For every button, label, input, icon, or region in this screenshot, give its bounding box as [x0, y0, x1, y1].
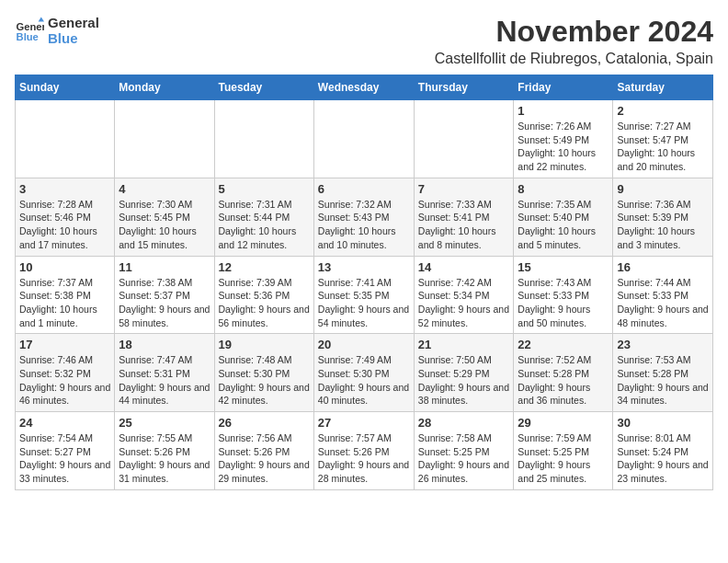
day-number: 11 — [119, 260, 210, 274]
day-info: Sunrise: 7:53 AM Sunset: 5:28 PM Dayligh… — [617, 353, 709, 408]
day-number: 9 — [617, 182, 709, 196]
day-info: Sunrise: 7:56 AM Sunset: 5:26 PM Dayligh… — [219, 431, 310, 486]
day-number: 7 — [418, 182, 510, 196]
day-info: Sunrise: 7:28 AM Sunset: 5:46 PM Dayligh… — [19, 198, 110, 252]
location-title: Castellfollit de Riubregos, Catalonia, S… — [435, 51, 713, 67]
svg-marker-2 — [39, 17, 44, 22]
weekday-header-row: SundayMondayTuesdayWednesdayThursdayFrid… — [16, 75, 713, 100]
calendar-day-cell: 1Sunrise: 7:26 AM Sunset: 5:49 PM Daylig… — [514, 100, 613, 178]
day-number: 2 — [617, 104, 709, 118]
day-number: 6 — [318, 182, 410, 196]
calendar-day-cell: 30Sunrise: 8:01 AM Sunset: 5:24 PM Dayli… — [613, 412, 713, 490]
weekday-header-friday: Friday — [514, 75, 613, 100]
day-number: 25 — [119, 416, 210, 430]
day-number: 4 — [119, 182, 210, 196]
calendar-week-row: 10Sunrise: 7:37 AM Sunset: 5:38 PM Dayli… — [16, 256, 713, 334]
weekday-header-thursday: Thursday — [414, 75, 514, 100]
day-number: 30 — [617, 416, 709, 430]
weekday-header-tuesday: Tuesday — [214, 75, 313, 100]
day-info: Sunrise: 7:43 AM Sunset: 5:33 PM Dayligh… — [518, 276, 609, 330]
day-number: 3 — [19, 182, 110, 196]
empty-day-cell — [414, 100, 514, 178]
calendar-day-cell: 8Sunrise: 7:35 AM Sunset: 5:40 PM Daylig… — [514, 178, 613, 256]
day-info: Sunrise: 7:55 AM Sunset: 5:26 PM Dayligh… — [119, 431, 210, 486]
day-info: Sunrise: 7:49 AM Sunset: 5:30 PM Dayligh… — [318, 353, 410, 408]
day-info: Sunrise: 7:32 AM Sunset: 5:43 PM Dayligh… — [318, 198, 410, 252]
calendar-day-cell: 25Sunrise: 7:55 AM Sunset: 5:26 PM Dayli… — [115, 412, 214, 490]
day-number: 5 — [219, 182, 310, 196]
day-number: 28 — [418, 416, 510, 430]
weekday-header-wednesday: Wednesday — [313, 75, 414, 100]
day-info: Sunrise: 8:01 AM Sunset: 5:24 PM Dayligh… — [617, 431, 709, 486]
calendar-day-cell: 16Sunrise: 7:44 AM Sunset: 5:33 PM Dayli… — [613, 256, 713, 334]
empty-day-cell — [214, 100, 313, 178]
svg-text:General: General — [17, 21, 44, 32]
title-section: November 2024 Castellfollit de Riubregos… — [435, 15, 713, 67]
day-number: 24 — [19, 416, 110, 430]
calendar-day-cell: 5Sunrise: 7:31 AM Sunset: 5:44 PM Daylig… — [214, 178, 313, 256]
calendar-day-cell: 15Sunrise: 7:43 AM Sunset: 5:33 PM Dayli… — [514, 256, 613, 334]
day-number: 23 — [617, 338, 709, 351]
day-info: Sunrise: 7:59 AM Sunset: 5:25 PM Dayligh… — [518, 431, 609, 486]
calendar-day-cell: 24Sunrise: 7:54 AM Sunset: 5:27 PM Dayli… — [16, 412, 115, 490]
day-number: 1 — [518, 104, 609, 118]
page-header: General Blue General Blue November 2024 … — [15, 15, 713, 67]
calendar-day-cell: 19Sunrise: 7:48 AM Sunset: 5:30 PM Dayli… — [214, 334, 313, 412]
calendar-day-cell: 10Sunrise: 7:37 AM Sunset: 5:38 PM Dayli… — [16, 256, 115, 334]
calendar-day-cell: 17Sunrise: 7:46 AM Sunset: 5:32 PM Dayli… — [16, 334, 115, 412]
day-info: Sunrise: 7:38 AM Sunset: 5:37 PM Dayligh… — [119, 276, 210, 330]
day-number: 12 — [219, 260, 310, 274]
weekday-header-monday: Monday — [115, 75, 214, 100]
calendar-day-cell: 7Sunrise: 7:33 AM Sunset: 5:41 PM Daylig… — [414, 178, 514, 256]
calendar-day-cell: 29Sunrise: 7:59 AM Sunset: 5:25 PM Dayli… — [514, 412, 613, 490]
day-info: Sunrise: 7:58 AM Sunset: 5:25 PM Dayligh… — [418, 431, 510, 486]
day-number: 22 — [518, 338, 609, 351]
logo-line1: General — [48, 15, 99, 30]
day-number: 13 — [318, 260, 410, 274]
day-info: Sunrise: 7:27 AM Sunset: 5:47 PM Dayligh… — [617, 120, 709, 174]
calendar-day-cell: 13Sunrise: 7:41 AM Sunset: 5:35 PM Dayli… — [313, 256, 414, 334]
empty-day-cell — [313, 100, 414, 178]
calendar-week-row: 24Sunrise: 7:54 AM Sunset: 5:27 PM Dayli… — [16, 412, 713, 490]
day-info: Sunrise: 7:50 AM Sunset: 5:29 PM Dayligh… — [418, 353, 510, 408]
calendar-day-cell: 6Sunrise: 7:32 AM Sunset: 5:43 PM Daylig… — [313, 178, 414, 256]
calendar-day-cell: 20Sunrise: 7:49 AM Sunset: 5:30 PM Dayli… — [313, 334, 414, 412]
calendar-day-cell: 21Sunrise: 7:50 AM Sunset: 5:29 PM Dayli… — [414, 334, 514, 412]
day-info: Sunrise: 7:30 AM Sunset: 5:45 PM Dayligh… — [119, 198, 210, 252]
day-info: Sunrise: 7:31 AM Sunset: 5:44 PM Dayligh… — [219, 198, 310, 252]
day-info: Sunrise: 7:35 AM Sunset: 5:40 PM Dayligh… — [518, 198, 609, 252]
calendar-week-row: 3Sunrise: 7:28 AM Sunset: 5:46 PM Daylig… — [16, 178, 713, 256]
day-number: 8 — [518, 182, 609, 196]
day-number: 17 — [19, 338, 110, 351]
calendar-day-cell: 28Sunrise: 7:58 AM Sunset: 5:25 PM Dayli… — [414, 412, 514, 490]
day-number: 27 — [318, 416, 410, 430]
weekday-header-saturday: Saturday — [613, 75, 713, 100]
day-number: 10 — [19, 260, 110, 274]
calendar-week-row: 1Sunrise: 7:26 AM Sunset: 5:49 PM Daylig… — [16, 100, 713, 178]
empty-day-cell — [16, 100, 115, 178]
day-info: Sunrise: 7:52 AM Sunset: 5:28 PM Dayligh… — [518, 353, 609, 408]
calendar-day-cell: 2Sunrise: 7:27 AM Sunset: 5:47 PM Daylig… — [613, 100, 713, 178]
day-info: Sunrise: 7:36 AM Sunset: 5:39 PM Dayligh… — [617, 198, 709, 252]
day-info: Sunrise: 7:26 AM Sunset: 5:49 PM Dayligh… — [518, 120, 609, 174]
calendar-day-cell: 9Sunrise: 7:36 AM Sunset: 5:39 PM Daylig… — [613, 178, 713, 256]
day-number: 21 — [418, 338, 510, 351]
calendar-day-cell: 23Sunrise: 7:53 AM Sunset: 5:28 PM Dayli… — [613, 334, 713, 412]
day-info: Sunrise: 7:37 AM Sunset: 5:38 PM Dayligh… — [19, 276, 110, 330]
logo-icon: General Blue — [15, 16, 44, 45]
day-number: 29 — [518, 416, 609, 430]
calendar-table: SundayMondayTuesdayWednesdayThursdayFrid… — [15, 75, 713, 490]
day-info: Sunrise: 7:48 AM Sunset: 5:30 PM Dayligh… — [219, 353, 310, 408]
calendar-day-cell: 4Sunrise: 7:30 AM Sunset: 5:45 PM Daylig… — [115, 178, 214, 256]
calendar-day-cell: 11Sunrise: 7:38 AM Sunset: 5:37 PM Dayli… — [115, 256, 214, 334]
logo: General Blue General Blue — [15, 15, 99, 46]
day-info: Sunrise: 7:41 AM Sunset: 5:35 PM Dayligh… — [318, 276, 410, 330]
day-info: Sunrise: 7:57 AM Sunset: 5:26 PM Dayligh… — [318, 431, 410, 486]
day-info: Sunrise: 7:54 AM Sunset: 5:27 PM Dayligh… — [19, 431, 110, 486]
day-number: 14 — [418, 260, 510, 274]
empty-day-cell — [115, 100, 214, 178]
day-info: Sunrise: 7:42 AM Sunset: 5:34 PM Dayligh… — [418, 276, 510, 330]
day-number: 18 — [119, 338, 210, 351]
calendar-week-row: 17Sunrise: 7:46 AM Sunset: 5:32 PM Dayli… — [16, 334, 713, 412]
day-number: 16 — [617, 260, 709, 274]
